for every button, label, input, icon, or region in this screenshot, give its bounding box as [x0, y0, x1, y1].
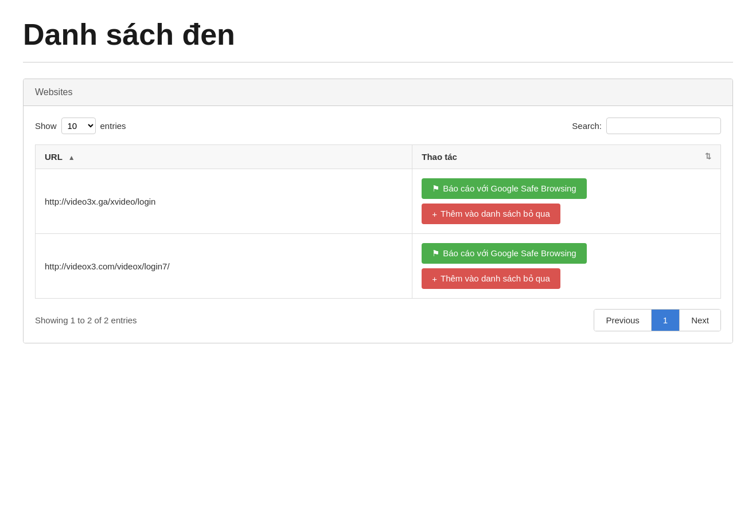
action-sort-icon[interactable]: ⇅ — [705, 152, 711, 161]
url-cell: http://videox3.com/videox/login7/ — [36, 234, 412, 299]
col-action-label: Thao tác — [422, 152, 457, 162]
table-row: http://videox3.com/videox/login7/⚑ Báo c… — [36, 234, 721, 299]
col-url-label: URL — [45, 152, 63, 162]
showing-info: Showing 1 to 2 of 2 entries — [35, 315, 137, 325]
col-action: Thao tác ⇅ — [412, 145, 721, 169]
search-input[interactable] — [606, 118, 721, 134]
btn-group: ⚑ Báo cáo với Google Safe Browsing+ Thêm… — [422, 243, 711, 289]
flag-icon: ⚑ — [432, 183, 439, 194]
title-divider — [23, 62, 733, 62]
add-to-ignore-list-button[interactable]: + Thêm vào danh sách bỏ qua — [422, 268, 560, 289]
entries-select[interactable]: 10 25 50 100 — [61, 118, 96, 134]
table-header-row: URL ▲ Thao tác ⇅ — [36, 145, 721, 169]
footer-row: Showing 1 to 2 of 2 entries Previous 1 N… — [35, 309, 721, 331]
action-cell: ⚑ Báo cáo với Google Safe Browsing+ Thêm… — [412, 234, 721, 299]
url-sort-icon[interactable]: ▲ — [68, 154, 75, 162]
search-label: Search: — [572, 121, 602, 131]
plus-icon: + — [432, 209, 437, 219]
websites-table: URL ▲ Thao tác ⇅ http://video3x.ga/xvide… — [35, 144, 721, 299]
show-label: Show — [35, 121, 57, 131]
show-entries-group: Show 10 25 50 100 entries — [35, 118, 126, 134]
search-box-group: Search: — [572, 118, 721, 134]
previous-button[interactable]: Previous — [594, 310, 651, 331]
url-cell: http://video3x.ga/xvideo/login — [36, 169, 412, 234]
websites-panel: Websites Show 10 25 50 100 entries Searc… — [23, 79, 733, 343]
panel-body: Show 10 25 50 100 entries Search: URL — [24, 106, 732, 343]
controls-row: Show 10 25 50 100 entries Search: — [35, 118, 721, 134]
page-title: Danh sách đen — [23, 17, 733, 52]
report-google-safe-browsing-button[interactable]: ⚑ Báo cáo với Google Safe Browsing — [422, 243, 586, 264]
panel-header: Websites — [24, 79, 732, 106]
action-cell: ⚑ Báo cáo với Google Safe Browsing+ Thêm… — [412, 169, 721, 234]
flag-icon: ⚑ — [432, 248, 439, 259]
report-google-safe-browsing-button[interactable]: ⚑ Báo cáo với Google Safe Browsing — [422, 178, 586, 199]
pagination: Previous 1 Next — [594, 309, 721, 331]
plus-icon: + — [432, 274, 437, 284]
table-row: http://video3x.ga/xvideo/login⚑ Báo cáo … — [36, 169, 721, 234]
btn-group: ⚑ Báo cáo với Google Safe Browsing+ Thêm… — [422, 178, 711, 224]
page-1-button[interactable]: 1 — [652, 310, 680, 331]
col-url: URL ▲ — [36, 145, 412, 169]
add-to-ignore-list-button[interactable]: + Thêm vào danh sách bỏ qua — [422, 204, 560, 224]
entries-label: entries — [100, 121, 126, 131]
next-button[interactable]: Next — [680, 310, 720, 331]
